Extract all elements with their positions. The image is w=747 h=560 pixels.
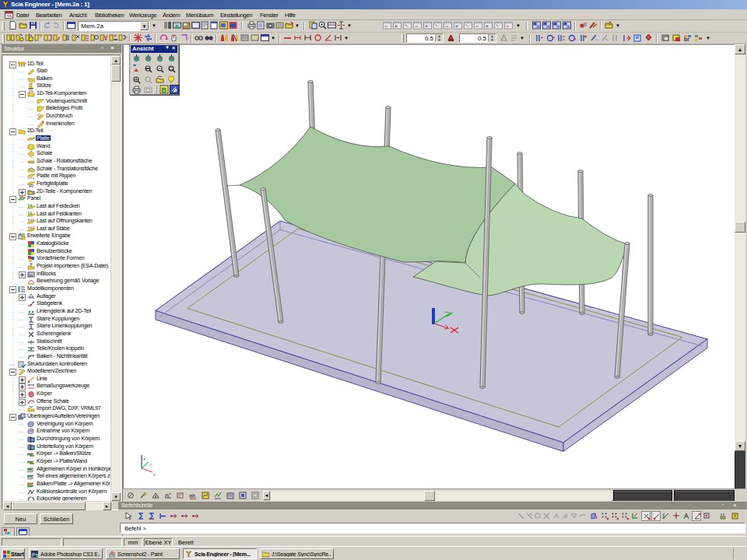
svg-text:B: B xyxy=(162,86,167,94)
svg-text:z: z xyxy=(143,457,146,461)
svg-text:x: x xyxy=(153,472,156,477)
svg-text:Ps: Ps xyxy=(32,552,38,558)
svg-text:br: br xyxy=(684,37,689,42)
svg-text:ab: ab xyxy=(189,493,195,499)
svg-text:y: y xyxy=(149,462,152,467)
svg-text:In: In xyxy=(29,272,33,277)
